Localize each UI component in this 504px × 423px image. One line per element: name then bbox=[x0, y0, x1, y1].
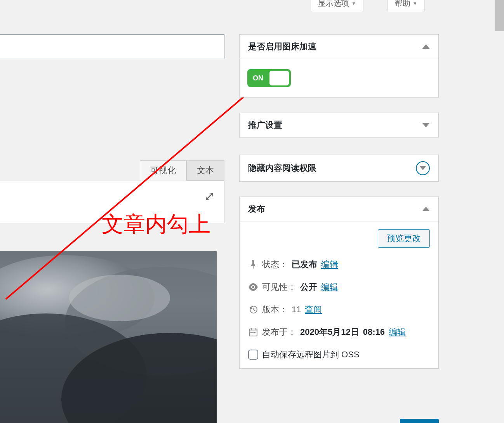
panel-toggle-icon[interactable] bbox=[422, 123, 430, 127]
screen-options-button[interactable]: 显示选项 ▼ bbox=[311, 0, 363, 12]
tab-text[interactable]: 文本 bbox=[186, 160, 224, 181]
svg-point-5 bbox=[69, 275, 170, 321]
svg-point-9 bbox=[252, 286, 254, 288]
revisions-label: 版本： bbox=[262, 304, 288, 315]
svg-rect-16 bbox=[254, 332, 255, 333]
primary-action-button[interactable] bbox=[400, 419, 439, 423]
image-accel-toggle[interactable]: ON bbox=[247, 69, 291, 87]
post-title-input[interactable] bbox=[0, 34, 224, 59]
auto-save-label: 自动保存远程图片到 OSS bbox=[262, 349, 360, 360]
status-label: 状态： bbox=[262, 259, 288, 270]
auto-save-checkbox[interactable] bbox=[248, 350, 258, 360]
tab-text-label: 文本 bbox=[197, 165, 214, 175]
publish-status-row: 状态： 已发布 编辑 bbox=[248, 259, 430, 270]
preview-label: 预览更改 bbox=[387, 233, 421, 243]
visibility-edit-link[interactable]: 编辑 bbox=[321, 281, 338, 293]
panel-publish: 发布 预览更改 状态： 已发布 编辑 可见性： 公开 编辑 版本： bbox=[239, 197, 439, 369]
visibility-label: 可见性： bbox=[262, 281, 296, 293]
history-icon bbox=[248, 305, 258, 315]
panel-toggle-icon[interactable] bbox=[422, 44, 430, 49]
revisions-count: 11 bbox=[292, 305, 301, 315]
tab-visual[interactable]: 可视化 bbox=[140, 160, 186, 181]
tab-visual-label: 可视化 bbox=[150, 165, 176, 175]
published-date: 2020年5月12日 bbox=[300, 326, 359, 338]
help-button[interactable]: 帮助 ▼ bbox=[388, 0, 425, 12]
revisions-browse-link[interactable]: 查阅 bbox=[305, 304, 322, 315]
panel-toggle-icon[interactable] bbox=[422, 207, 430, 211]
publish-revisions-row: 版本： 11 查阅 bbox=[248, 304, 430, 315]
panel-image-accel-title: 是否启用图床加速 bbox=[248, 41, 316, 52]
panel-promo-title: 推广设置 bbox=[248, 119, 282, 131]
screen-options-label: 显示选项 bbox=[318, 0, 349, 9]
panel-publish-title: 发布 bbox=[248, 203, 265, 215]
status-value: 已发布 bbox=[292, 259, 317, 270]
toggle-on-label: ON bbox=[253, 74, 263, 82]
help-label: 帮助 bbox=[395, 0, 410, 9]
status-edit-link[interactable]: 编辑 bbox=[321, 259, 338, 270]
toggle-thumb bbox=[269, 71, 289, 85]
caret-down-icon: ▼ bbox=[351, 1, 356, 6]
publish-visibility-row: 可见性： 公开 编辑 bbox=[248, 281, 430, 293]
preview-changes-button[interactable]: 预览更改 bbox=[378, 229, 430, 248]
eye-icon bbox=[248, 282, 258, 292]
published-label: 发布于： bbox=[262, 326, 296, 338]
content-image bbox=[0, 251, 217, 423]
panel-promo: 推广设置 bbox=[239, 113, 439, 138]
panel-hidden-read: 隐藏内容阅读权限 bbox=[239, 155, 439, 182]
svg-rect-14 bbox=[250, 332, 252, 333]
published-time: 08:16 bbox=[363, 327, 385, 337]
panel-toggle-circle[interactable] bbox=[416, 161, 430, 175]
fullscreen-icon[interactable]: ⤢ bbox=[204, 189, 215, 204]
published-edit-link[interactable]: 编辑 bbox=[389, 326, 406, 338]
page-scrollbar[interactable] bbox=[495, 0, 504, 31]
publish-date-row: 发布于： 2020年5月12日 08:16 编辑 bbox=[248, 326, 430, 338]
auto-save-row: 自动保存远程图片到 OSS bbox=[248, 349, 430, 360]
panel-image-accel: 是否启用图床加速 ON bbox=[239, 34, 439, 97]
visibility-value: 公开 bbox=[300, 281, 317, 293]
pin-icon bbox=[248, 259, 258, 270]
caret-down-icon: ▼ bbox=[413, 1, 417, 6]
calendar-icon bbox=[248, 327, 258, 337]
annotation-text: 文章内勾上 bbox=[102, 210, 210, 239]
svg-rect-15 bbox=[252, 332, 254, 333]
panel-hidden-title: 隐藏内容阅读权限 bbox=[248, 162, 316, 174]
